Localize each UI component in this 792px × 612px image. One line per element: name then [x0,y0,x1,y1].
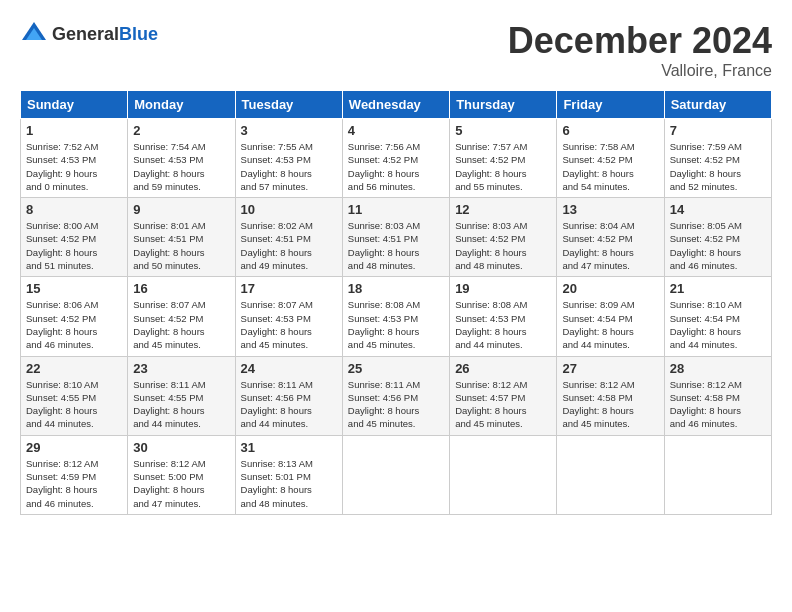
day-number: 21 [670,281,766,296]
day-info: Sunrise: 7:55 AMSunset: 4:53 PMDaylight:… [241,140,337,193]
weekday-header: Friday [557,91,664,119]
day-number: 17 [241,281,337,296]
month-year: December 2024 [508,20,772,62]
calendar-cell: 10 Sunrise: 8:02 AMSunset: 4:51 PMDaylig… [235,198,342,277]
calendar-cell: 9 Sunrise: 8:01 AMSunset: 4:51 PMDayligh… [128,198,235,277]
calendar-cell: 25 Sunrise: 8:11 AMSunset: 4:56 PMDaylig… [342,356,449,435]
day-info: Sunrise: 8:12 AMSunset: 4:57 PMDaylight:… [455,378,551,431]
title-block: December 2024 Valloire, France [508,20,772,80]
day-number: 6 [562,123,658,138]
calendar-cell: 27 Sunrise: 8:12 AMSunset: 4:58 PMDaylig… [557,356,664,435]
day-number: 31 [241,440,337,455]
weekday-header: Tuesday [235,91,342,119]
day-number: 11 [348,202,444,217]
day-number: 8 [26,202,122,217]
day-number: 22 [26,361,122,376]
day-info: Sunrise: 8:12 AMSunset: 4:59 PMDaylight:… [26,457,122,510]
calendar-cell: 30 Sunrise: 8:12 AMSunset: 5:00 PMDaylig… [128,435,235,514]
logo-icon [20,20,48,48]
day-number: 1 [26,123,122,138]
day-info: Sunrise: 8:11 AMSunset: 4:56 PMDaylight:… [348,378,444,431]
weekday-header: Sunday [21,91,128,119]
day-number: 10 [241,202,337,217]
calendar-cell [342,435,449,514]
location: Valloire, France [508,62,772,80]
day-number: 4 [348,123,444,138]
calendar-cell: 26 Sunrise: 8:12 AMSunset: 4:57 PMDaylig… [450,356,557,435]
day-number: 7 [670,123,766,138]
calendar-cell: 13 Sunrise: 8:04 AMSunset: 4:52 PMDaylig… [557,198,664,277]
day-info: Sunrise: 8:00 AMSunset: 4:52 PMDaylight:… [26,219,122,272]
day-number: 14 [670,202,766,217]
day-number: 30 [133,440,229,455]
calendar-cell: 2 Sunrise: 7:54 AMSunset: 4:53 PMDayligh… [128,119,235,198]
calendar-cell [664,435,771,514]
day-number: 12 [455,202,551,217]
day-info: Sunrise: 8:12 AMSunset: 4:58 PMDaylight:… [670,378,766,431]
calendar-cell [450,435,557,514]
calendar-cell: 31 Sunrise: 8:13 AMSunset: 5:01 PMDaylig… [235,435,342,514]
day-info: Sunrise: 8:11 AMSunset: 4:55 PMDaylight:… [133,378,229,431]
calendar-cell: 29 Sunrise: 8:12 AMSunset: 4:59 PMDaylig… [21,435,128,514]
page-header: GeneralBlue December 2024 Valloire, Fran… [20,20,772,80]
day-info: Sunrise: 8:06 AMSunset: 4:52 PMDaylight:… [26,298,122,351]
calendar-cell: 5 Sunrise: 7:57 AMSunset: 4:52 PMDayligh… [450,119,557,198]
day-number: 24 [241,361,337,376]
calendar-cell: 12 Sunrise: 8:03 AMSunset: 4:52 PMDaylig… [450,198,557,277]
calendar-week-row: 15 Sunrise: 8:06 AMSunset: 4:52 PMDaylig… [21,277,772,356]
weekday-header: Monday [128,91,235,119]
day-number: 3 [241,123,337,138]
day-number: 15 [26,281,122,296]
day-number: 13 [562,202,658,217]
calendar-cell: 4 Sunrise: 7:56 AMSunset: 4:52 PMDayligh… [342,119,449,198]
calendar-cell: 14 Sunrise: 8:05 AMSunset: 4:52 PMDaylig… [664,198,771,277]
day-number: 28 [670,361,766,376]
weekday-header-row: SundayMondayTuesdayWednesdayThursdayFrid… [21,91,772,119]
day-info: Sunrise: 8:10 AMSunset: 4:55 PMDaylight:… [26,378,122,431]
calendar-cell: 17 Sunrise: 8:07 AMSunset: 4:53 PMDaylig… [235,277,342,356]
day-number: 19 [455,281,551,296]
day-number: 23 [133,361,229,376]
calendar-cell: 16 Sunrise: 8:07 AMSunset: 4:52 PMDaylig… [128,277,235,356]
day-info: Sunrise: 8:07 AMSunset: 4:53 PMDaylight:… [241,298,337,351]
day-number: 2 [133,123,229,138]
calendar-cell: 7 Sunrise: 7:59 AMSunset: 4:52 PMDayligh… [664,119,771,198]
calendar-week-row: 8 Sunrise: 8:00 AMSunset: 4:52 PMDayligh… [21,198,772,277]
day-info: Sunrise: 8:09 AMSunset: 4:54 PMDaylight:… [562,298,658,351]
day-info: Sunrise: 8:04 AMSunset: 4:52 PMDaylight:… [562,219,658,272]
day-info: Sunrise: 8:12 AMSunset: 5:00 PMDaylight:… [133,457,229,510]
day-number: 25 [348,361,444,376]
calendar-cell: 3 Sunrise: 7:55 AMSunset: 4:53 PMDayligh… [235,119,342,198]
day-info: Sunrise: 7:59 AMSunset: 4:52 PMDaylight:… [670,140,766,193]
day-info: Sunrise: 8:02 AMSunset: 4:51 PMDaylight:… [241,219,337,272]
day-info: Sunrise: 8:10 AMSunset: 4:54 PMDaylight:… [670,298,766,351]
day-number: 26 [455,361,551,376]
day-info: Sunrise: 8:11 AMSunset: 4:56 PMDaylight:… [241,378,337,431]
day-info: Sunrise: 8:08 AMSunset: 4:53 PMDaylight:… [348,298,444,351]
calendar-cell: 28 Sunrise: 8:12 AMSunset: 4:58 PMDaylig… [664,356,771,435]
day-number: 9 [133,202,229,217]
weekday-header: Wednesday [342,91,449,119]
calendar-table: SundayMondayTuesdayWednesdayThursdayFrid… [20,90,772,515]
day-info: Sunrise: 8:03 AMSunset: 4:51 PMDaylight:… [348,219,444,272]
logo-general-text: GeneralBlue [52,24,158,45]
day-number: 20 [562,281,658,296]
day-info: Sunrise: 8:03 AMSunset: 4:52 PMDaylight:… [455,219,551,272]
logo: GeneralBlue [20,20,158,48]
day-info: Sunrise: 7:54 AMSunset: 4:53 PMDaylight:… [133,140,229,193]
calendar-cell: 18 Sunrise: 8:08 AMSunset: 4:53 PMDaylig… [342,277,449,356]
calendar-cell: 20 Sunrise: 8:09 AMSunset: 4:54 PMDaylig… [557,277,664,356]
calendar-cell: 8 Sunrise: 8:00 AMSunset: 4:52 PMDayligh… [21,198,128,277]
day-info: Sunrise: 7:52 AMSunset: 4:53 PMDaylight:… [26,140,122,193]
calendar-cell: 19 Sunrise: 8:08 AMSunset: 4:53 PMDaylig… [450,277,557,356]
calendar-cell: 15 Sunrise: 8:06 AMSunset: 4:52 PMDaylig… [21,277,128,356]
weekday-header: Saturday [664,91,771,119]
day-info: Sunrise: 8:13 AMSunset: 5:01 PMDaylight:… [241,457,337,510]
calendar-cell: 21 Sunrise: 8:10 AMSunset: 4:54 PMDaylig… [664,277,771,356]
weekday-header: Thursday [450,91,557,119]
calendar-cell: 22 Sunrise: 8:10 AMSunset: 4:55 PMDaylig… [21,356,128,435]
calendar-week-row: 22 Sunrise: 8:10 AMSunset: 4:55 PMDaylig… [21,356,772,435]
day-info: Sunrise: 8:08 AMSunset: 4:53 PMDaylight:… [455,298,551,351]
calendar-cell: 11 Sunrise: 8:03 AMSunset: 4:51 PMDaylig… [342,198,449,277]
day-info: Sunrise: 8:01 AMSunset: 4:51 PMDaylight:… [133,219,229,272]
